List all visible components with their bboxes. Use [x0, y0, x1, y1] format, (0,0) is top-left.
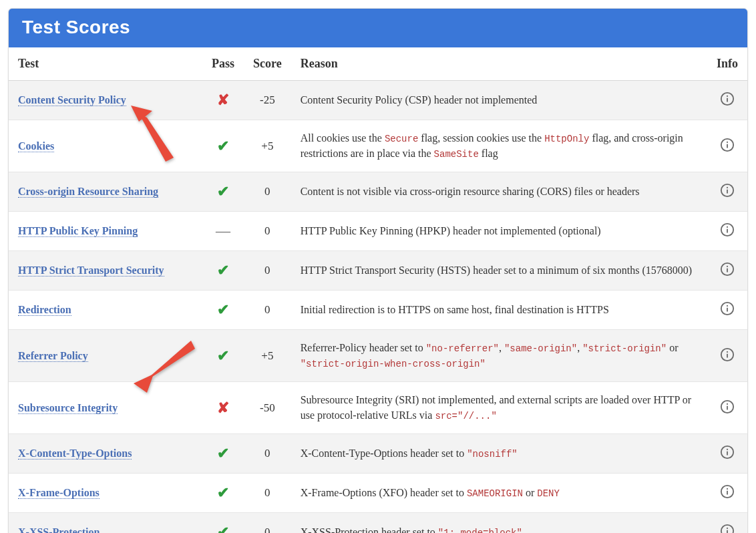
svg-point-8: [727, 187, 728, 188]
table-row: Subresource Integrity✘-50Subresource Int…: [9, 382, 747, 434]
test-link[interactable]: Subresource Integrity: [18, 402, 118, 414]
info-icon[interactable]: [720, 262, 735, 277]
test-link[interactable]: Content Security Policy: [18, 94, 126, 106]
code-snippet: "strict-origin": [582, 343, 667, 354]
reason-text: Initial redirection is to HTTPS on same …: [301, 304, 609, 315]
svg-point-32: [727, 528, 728, 529]
score-cell: +5: [244, 120, 291, 172]
reason-text: X-Content-Type-Options header set to "no…: [301, 448, 518, 459]
info-icon[interactable]: [720, 524, 735, 533]
reason-text: X-Frame-Options (XFO) header set to SAME…: [301, 487, 560, 498]
info-icon[interactable]: [720, 445, 735, 460]
info-icon[interactable]: [720, 347, 735, 362]
test-link[interactable]: HTTP Strict Transport Security: [18, 264, 164, 277]
score-cell: -50: [244, 382, 291, 434]
svg-point-29: [727, 488, 728, 490]
svg-point-2: [727, 96, 728, 97]
info-icon[interactable]: [720, 92, 735, 106]
test-link[interactable]: HTTP Public Key Pinning: [18, 225, 138, 237]
reason-text: All cookies use the Secure flag, session…: [301, 132, 683, 159]
score-cell: 0: [244, 291, 291, 330]
col-header-info: Info: [707, 47, 747, 81]
code-snippet: "nosniff": [467, 449, 518, 460]
svg-point-5: [727, 141, 728, 142]
info-icon[interactable]: [720, 399, 735, 414]
reason-text: Content is not visible via cross-origin …: [301, 186, 640, 197]
score-cell: 0: [244, 212, 291, 251]
pass-cell: ✔: [202, 434, 244, 474]
score-cell: +5: [244, 330, 291, 382]
test-link[interactable]: Cross-origin Resource Sharing: [18, 186, 158, 198]
test-link[interactable]: Redirection: [18, 304, 71, 316]
test-link[interactable]: X-Content-Type-Options: [18, 448, 132, 460]
test-scores-card: Test Scores Test Pass Score Reason Info …: [8, 8, 748, 533]
check-icon: ✔: [217, 484, 229, 501]
pass-cell: ✔: [202, 513, 244, 533]
pass-cell: ✔: [202, 474, 244, 513]
code-snippet: "no-referrer": [426, 343, 499, 354]
pass-cell: ✔: [202, 120, 244, 172]
table-row: HTTP Strict Transport Security✔0HTTP Str…: [9, 251, 747, 291]
check-icon: ✔: [217, 301, 229, 318]
code-snippet: HttpOnly: [544, 134, 589, 144]
table-row: Referrer Policy✔+5Referrer-Policy header…: [9, 330, 747, 382]
pass-cell: ✘: [202, 382, 244, 434]
check-icon: ✔: [217, 138, 229, 154]
reason-text: Referrer-Policy header set to "no-referr…: [301, 342, 679, 369]
table-row: Content Security Policy✘-25Content Secur…: [9, 81, 747, 120]
reason-text: X-XSS-Protection header set to "1; mode=…: [301, 526, 522, 533]
col-header-test: Test: [9, 47, 202, 81]
code-snippet: "strict-origin-when-cross-origin": [301, 359, 486, 369]
code-snippet: DENY: [537, 488, 560, 499]
cross-icon: ✘: [217, 399, 229, 416]
code-snippet: "1; mode=block": [438, 528, 522, 533]
score-cell: 0: [244, 172, 291, 212]
table-row: X-XSS-Protection✔0X-XSS-Protection heade…: [9, 513, 747, 533]
test-link[interactable]: X-XSS-Protection: [18, 526, 100, 533]
score-cell: 0: [244, 513, 291, 533]
reason-text: Subresource Integrity (SRI) not implemen…: [301, 394, 691, 420]
col-header-score: Score: [244, 47, 291, 81]
score-cell: 0: [244, 474, 291, 513]
check-icon: ✔: [217, 262, 229, 279]
test-scores-table: Test Pass Score Reason Info Content Secu…: [9, 47, 747, 533]
info-icon[interactable]: [720, 301, 735, 316]
check-icon: ✔: [217, 445, 229, 462]
code-snippet: SameSite: [434, 149, 479, 160]
pass-cell: ✔: [202, 251, 244, 291]
table-row: X-Frame-Options✔0X-Frame-Options (XFO) h…: [9, 474, 747, 513]
dash-icon: —: [216, 222, 230, 239]
svg-point-11: [727, 226, 728, 228]
table-row: Cross-origin Resource Sharing✔0Content i…: [9, 172, 747, 212]
score-cell: 0: [244, 434, 291, 474]
table-row: X-Content-Type-Options✔0X-Content-Type-O…: [9, 434, 747, 474]
info-icon[interactable]: [720, 138, 735, 152]
table-row: Redirection✔0Initial redirection is to H…: [9, 291, 747, 330]
score-cell: -25: [244, 81, 291, 120]
info-icon[interactable]: [720, 183, 735, 198]
svg-point-17: [727, 305, 728, 307]
test-link[interactable]: X-Frame-Options: [18, 487, 100, 499]
cross-icon: ✘: [217, 92, 229, 108]
test-link[interactable]: Referrer Policy: [18, 350, 88, 362]
svg-point-20: [727, 351, 728, 353]
check-icon: ✔: [217, 183, 229, 200]
svg-point-26: [727, 449, 728, 450]
col-header-pass: Pass: [202, 47, 244, 81]
reason-text: HTTP Strict Transport Security (HSTS) he…: [301, 264, 692, 276]
pass-cell: ✔: [202, 172, 244, 212]
info-icon[interactable]: [720, 484, 735, 499]
code-snippet: SAMEORIGIN: [467, 488, 523, 499]
info-icon[interactable]: [720, 222, 735, 237]
col-header-reason: Reason: [291, 47, 707, 81]
card-title: Test Scores: [9, 9, 747, 47]
svg-point-23: [727, 403, 728, 405]
code-snippet: Secure: [385, 134, 418, 144]
table-row: Cookies✔+5All cookies use the Secure fla…: [9, 120, 747, 172]
check-icon: ✔: [217, 524, 229, 533]
table-row: HTTP Public Key Pinning—0HTTP Public Key…: [9, 212, 747, 251]
score-cell: 0: [244, 251, 291, 291]
test-link[interactable]: Cookies: [18, 140, 54, 152]
check-icon: ✔: [217, 347, 229, 364]
reason-text: HTTP Public Key Pinning (HPKP) header no…: [301, 225, 601, 236]
